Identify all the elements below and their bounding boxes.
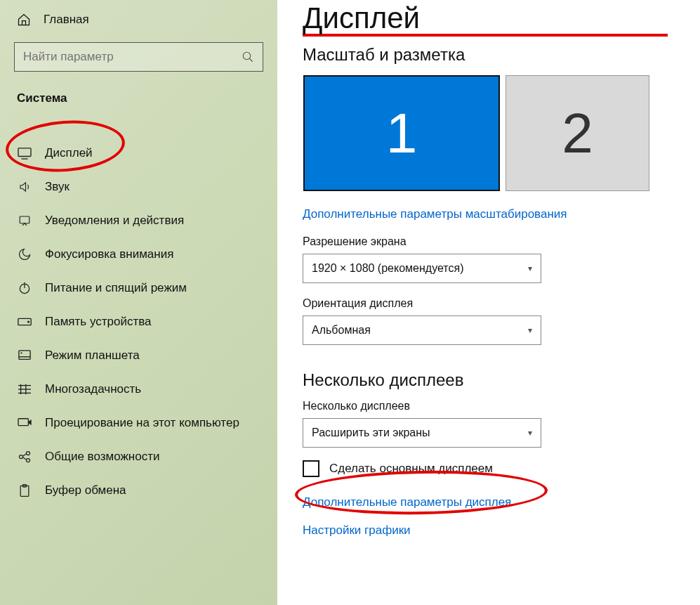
orientation-dropdown[interactable]: Альбомная ▾ xyxy=(303,315,541,345)
svg-line-21 xyxy=(23,454,27,456)
sidebar-item-clipboard[interactable]: Буфер обмена xyxy=(14,474,263,507)
resolution-dropdown[interactable]: 1920 × 1080 (рекомендуется) ▾ xyxy=(303,254,541,283)
graphics-settings-link[interactable]: Настройки графики xyxy=(303,523,411,538)
sidebar-item-shared[interactable]: Общие возможности xyxy=(14,440,263,474)
sidebar-item-label: Уведомления и действия xyxy=(45,214,184,228)
svg-line-1 xyxy=(249,58,253,62)
monitor-1[interactable]: 1 xyxy=(303,75,500,191)
search-icon xyxy=(242,51,254,63)
monitor-2[interactable]: 2 xyxy=(506,75,649,191)
search-input[interactable] xyxy=(23,50,242,64)
sound-icon xyxy=(17,181,32,193)
chevron-down-icon: ▾ xyxy=(528,325,532,335)
tablet-icon xyxy=(17,349,32,362)
sidebar-item-power[interactable]: Питание и спящий режим xyxy=(14,271,263,305)
clipboard-icon xyxy=(17,483,32,497)
project-icon xyxy=(17,417,32,429)
home-icon xyxy=(17,13,31,27)
sidebar-home[interactable]: Главная xyxy=(17,13,263,27)
sidebar-item-multitask[interactable]: Многозадачность xyxy=(14,372,263,406)
multi-displays-dropdown[interactable]: Расширить эти экраны ▾ xyxy=(303,418,541,448)
sidebar-item-project[interactable]: Проецирование на этот компьютер xyxy=(14,406,263,440)
make-primary-label: Сделать основным дисплеем xyxy=(329,462,493,476)
sidebar-item-display[interactable]: Дисплей xyxy=(14,136,263,170)
sidebar-item-label: Буфер обмена xyxy=(45,483,126,497)
advanced-scaling-link[interactable]: Дополнительные параметры масштабирования xyxy=(303,207,567,221)
sidebar-item-label: Многозадачность xyxy=(45,382,141,396)
svg-point-20 xyxy=(27,459,30,462)
sidebar-item-label: Звук xyxy=(45,180,70,194)
sidebar-item-label: Питание и спящий режим xyxy=(45,281,187,295)
orientation-value: Альбомная xyxy=(312,324,371,337)
storage-icon xyxy=(17,317,32,327)
sidebar-item-label: Проецирование на этот компьютер xyxy=(45,416,239,430)
svg-rect-4 xyxy=(20,216,29,223)
svg-line-22 xyxy=(23,457,27,460)
svg-point-11 xyxy=(21,353,22,353)
multitask-icon xyxy=(17,383,32,396)
main-content: Дисплей Масштаб и разметка 1 2 Дополните… xyxy=(277,0,700,605)
focus-icon xyxy=(17,247,32,261)
svg-point-0 xyxy=(243,52,251,60)
sidebar-item-focus[interactable]: Фокусировка внимания xyxy=(14,238,263,271)
chevron-down-icon: ▾ xyxy=(528,264,532,273)
svg-rect-2 xyxy=(18,148,31,157)
multi-displays-label: Несколько дисплеев xyxy=(303,400,675,412)
svg-rect-9 xyxy=(19,351,30,360)
sidebar-item-label: Общие возможности xyxy=(45,450,159,464)
home-label: Главная xyxy=(44,13,89,27)
chevron-down-icon: ▾ xyxy=(528,428,532,438)
svg-point-8 xyxy=(28,321,29,323)
sidebar-item-label: Режим планшета xyxy=(45,349,140,363)
sidebar-item-label: Память устройства xyxy=(45,315,152,329)
multi-displays-value: Расширить эти экраны xyxy=(312,427,430,439)
sidebar-item-label: Дисплей xyxy=(45,146,93,160)
sidebar-section-header: Система xyxy=(17,91,263,105)
resolution-value: 1920 × 1080 (рекомендуется) xyxy=(312,262,463,275)
search-input-container[interactable] xyxy=(14,42,263,72)
power-icon xyxy=(17,281,32,295)
monitor-arrangement[interactable]: 1 2 xyxy=(303,74,675,192)
multi-section-title: Несколько дисплеев xyxy=(303,370,675,390)
svg-point-18 xyxy=(20,455,23,459)
page-title: Дисплей xyxy=(303,0,675,35)
make-primary-row[interactable]: Сделать основным дисплеем xyxy=(303,460,675,477)
sidebar-item-tablet[interactable]: Режим планшета xyxy=(14,339,263,372)
scale-section-title: Масштаб и разметка xyxy=(303,45,675,65)
notifications-icon xyxy=(17,214,32,227)
sidebar-item-label: Фокусировка внимания xyxy=(45,247,173,261)
display-icon xyxy=(17,147,32,160)
sidebar-item-notifications[interactable]: Уведомления и действия xyxy=(14,204,263,238)
sidebar-item-sound[interactable]: Звук xyxy=(14,170,263,204)
advanced-display-link[interactable]: Дополнительные параметры дисплея xyxy=(303,495,511,509)
svg-point-19 xyxy=(27,452,30,455)
settings-sidebar: Главная Система Дисплей Звук Уведомления… xyxy=(0,0,277,605)
sidebar-item-storage[interactable]: Память устройства xyxy=(14,305,263,339)
make-primary-checkbox[interactable] xyxy=(303,460,319,477)
orientation-label: Ориентация дисплея xyxy=(303,297,675,310)
svg-rect-17 xyxy=(18,419,28,426)
resolution-label: Разрешение экрана xyxy=(303,235,675,248)
shared-icon xyxy=(17,450,32,464)
